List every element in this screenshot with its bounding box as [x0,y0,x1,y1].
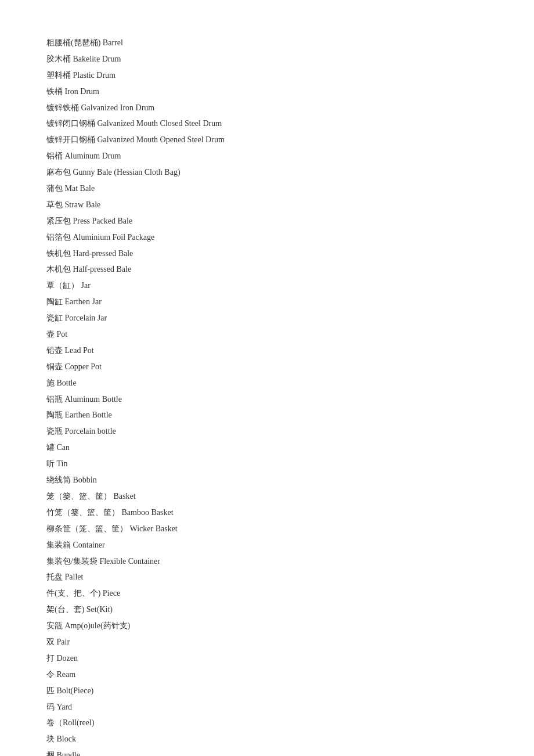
item-text: 铁机包 Hard-pressed Bale [46,249,133,258]
item-text: 托盘 Pallet [46,573,83,581]
list-item: 铝瓶 Aluminum Bottle [46,391,488,408]
list-item: 架(台、套) Set(Kit) [46,602,488,618]
item-text: 打 Dozen [46,654,78,663]
list-item: 瓷瓶 Porcelain bottle [46,423,488,440]
list-item: 块 Block [46,731,488,747]
list-item: 匹 Bolt(Piece) [46,683,488,699]
list-item: 紧压包 Press Packed Bale [46,213,488,229]
list-item: 胶木桶 Bakelite Drum [46,51,488,67]
item-text: 覃（缸） Jar [46,281,91,290]
item-text: 铜壶 Copper Pot [46,362,102,371]
item-text: 麻布包 Gunny Bale (Hessian Cloth Bag) [46,168,181,177]
item-text: 草包 Straw Bale [46,200,100,209]
item-text: 铝箔包 Aluminium Foil Package [46,233,154,242]
list-item: 铁桶 Iron Drum [46,84,488,100]
item-text: 柳条筐（笼、篮、筐） Wicker Basket [46,524,178,533]
container-list: 粗腰桶(琵琶桶) Barrel胶木桶 Bakelite Drum塑料桶 Plas… [46,35,488,756]
item-text: 铝瓶 Aluminum Bottle [46,395,122,404]
item-text: 安瓿 Amp(o)ule(药针支) [46,621,130,630]
list-item: 塑料桶 Plastic Drum [46,67,488,84]
item-text: 壶 Pot [46,330,67,339]
item-text: 卷（Roll(reel) [46,718,94,727]
list-item: 铜壶 Copper Pot [46,359,488,375]
list-item: 镀锌开口钢桶 Galvanized Mouth Opened Steel Dru… [46,132,488,148]
list-item: 竹笼（篓、篮、筐） Bamboo Basket [46,505,488,521]
item-text: 捆 Bundle [46,751,80,756]
item-text: 令 Ream [46,670,75,679]
item-text: 陶瓶 Earthen Bottle [46,411,112,419]
list-item: 双 Pair [46,634,488,650]
item-text: 罐 Can [46,443,70,452]
list-item: 听 Tin [46,456,488,472]
item-text: 瓷瓶 Porcelain bottle [46,427,116,435]
item-text: 胶木桶 Bakelite Drum [46,55,121,63]
list-item: 铁机包 Hard-pressed Bale [46,246,488,262]
item-text: 镀锌闭口钢桶 Galvanized Mouth Closed Steel Dru… [46,119,222,128]
list-item: 铅壶 Lead Pot [46,343,488,359]
item-text: 粗腰桶(琵琶桶) Barrel [46,38,123,47]
list-item: 绕线筒 Bobbin [46,472,488,488]
list-item: 捆 Bundle [46,747,488,756]
list-item: 瓷缸 Porcelain Jar [46,310,488,326]
list-item: 镀锌铁桶 Galvanized Iron Drum [46,100,488,116]
list-item: 件(支、把、个) Piece [46,585,488,602]
item-text: 镀锌开口钢桶 Galvanized Mouth Opened Steel Dru… [46,135,225,144]
item-text: 听 Tin [46,459,67,468]
list-item: 罐 Can [46,440,488,456]
item-text: 件(支、把、个) Piece [46,589,120,597]
list-item: 蒲包 Mat Bale [46,181,488,197]
list-item: 木机包 Half-pressed Bale [46,261,488,278]
item-text: 铁桶 Iron Drum [46,87,99,96]
list-item: 覃（缸） Jar [46,278,488,294]
list-item: 安瓿 Amp(o)ule(药针支) [46,618,488,634]
item-text: 塑料桶 Plastic Drum [46,71,116,80]
item-text: 瓷缸 Porcelain Jar [46,314,107,322]
item-text: 铝桶 Aluminum Drum [46,152,121,160]
list-item: 集装包/集装袋 Flexible Container [46,553,488,570]
list-item: 码 Yard [46,699,488,715]
list-item: 麻布包 Gunny Bale (Hessian Cloth Bag) [46,164,488,181]
item-text: 码 Yard [46,703,72,711]
item-text: 竹笼（篓、篮、筐） Bamboo Basket [46,508,174,517]
item-text: 架(台、套) Set(Kit) [46,605,113,614]
list-item: 施 Bottle [46,375,488,391]
list-item: 镀锌闭口钢桶 Galvanized Mouth Closed Steel Dru… [46,116,488,132]
list-item: 陶瓶 Earthen Bottle [46,407,488,423]
item-text: 集装包/集装袋 Flexible Container [46,557,160,566]
list-item: 柳条筐（笼、篮、筐） Wicker Basket [46,521,488,537]
list-item: 托盘 Pallet [46,569,488,585]
item-text: 镀锌铁桶 Galvanized Iron Drum [46,103,154,112]
item-text: 匹 Bolt(Piece) [46,686,93,695]
item-text: 铅壶 Lead Pot [46,346,94,355]
list-item: 草包 Straw Bale [46,197,488,213]
item-text: 蒲包 Mat Bale [46,184,95,193]
list-item: 粗腰桶(琵琶桶) Barrel [46,35,488,51]
list-item: 陶缸 Earthen Jar [46,294,488,310]
list-item: 笼（篓、篮、筐） Basket [46,488,488,505]
list-item: 铝箔包 Aluminium Foil Package [46,229,488,246]
item-text: 紧压包 Press Packed Bale [46,217,132,225]
item-text: 块 Block [46,735,76,743]
item-text: 双 Pair [46,638,70,646]
item-text: 施 Bottle [46,379,77,387]
list-item: 令 Ream [46,667,488,683]
item-text: 陶缸 Earthen Jar [46,297,102,306]
item-text: 笼（篓、篮、筐） Basket [46,492,136,501]
list-item: 壶 Pot [46,326,488,343]
list-item: 铝桶 Aluminum Drum [46,148,488,164]
item-text: 集装箱 Container [46,541,105,549]
item-text: 绕线筒 Bobbin [46,476,97,484]
list-item: 卷（Roll(reel) [46,715,488,731]
list-item: 集装箱 Container [46,537,488,553]
item-text: 木机包 Half-pressed Bale [46,265,131,273]
list-item: 打 Dozen [46,650,488,667]
